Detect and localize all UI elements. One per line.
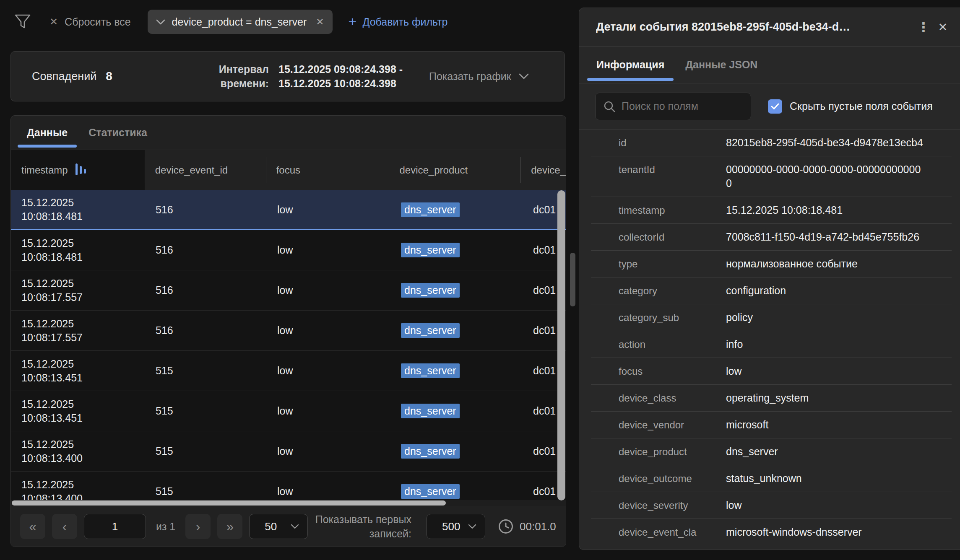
close-details-button[interactable]: ✕ <box>933 18 952 37</box>
details-field-row[interactable]: tenantId 00000000-0000-0000-0000-0000000… <box>591 156 952 197</box>
filter-chip-label: device_product = dns_server <box>172 16 307 28</box>
field-key: device_class <box>619 391 726 405</box>
table-row[interactable]: 15.12.2025 10:08:13.451 515 low dns_serv… <box>11 391 566 431</box>
field-value: policy <box>726 311 753 324</box>
table-row[interactable]: 15.12.2025 10:08:18.481 516 low dns_serv… <box>11 230 566 270</box>
query-time: 00:01.0 <box>498 519 557 534</box>
details-field-row[interactable]: device_vendor microsoft <box>591 411 952 438</box>
cell-device-event-id: 516 <box>145 244 267 256</box>
reset-all-filters-button[interactable]: ✕ Сбросить все <box>49 16 131 28</box>
page-number-input[interactable] <box>84 514 146 539</box>
tab-data[interactable]: Данные <box>16 116 78 150</box>
field-key: action <box>619 337 726 351</box>
show-chart-label: Показать график <box>429 70 511 83</box>
details-field-row[interactable]: device_product dns_server <box>591 438 952 465</box>
cell-device-event-id: 516 <box>145 324 267 337</box>
field-key: type <box>619 257 726 271</box>
table-row[interactable]: 15.12.2025 10:08:13.400 515 low dns_serv… <box>11 431 566 472</box>
previous-page-button[interactable]: ‹ <box>52 514 77 539</box>
cell-focus: low <box>267 324 390 337</box>
details-field-row[interactable]: device_event_cla microsoft-windows-dnsse… <box>591 519 952 545</box>
tab-statistics[interactable]: Статистика <box>78 116 158 150</box>
show-chart-toggle[interactable]: Показать график <box>429 52 529 101</box>
cell-device-product: dns_server <box>390 244 523 256</box>
field-value: operating_system <box>726 391 809 405</box>
details-field-row[interactable]: focus low <box>591 358 952 384</box>
summary-bar: Совпадений 8 Интервал времени: 15.12.202… <box>10 51 565 101</box>
details-title: Детали события 82015eb8-295f-405d-be34-d… <box>596 21 914 34</box>
add-filter-button[interactable]: + Добавить фильтр <box>349 16 448 29</box>
table-row[interactable]: 15.12.2025 10:08:13.451 515 low dns_serv… <box>11 351 566 391</box>
table-row[interactable]: 15.12.2025 10:08:17.557 516 low dns_serv… <box>11 270 566 311</box>
highlighted-match: dns_server <box>401 444 460 459</box>
more-actions-button[interactable]: ⋮ <box>914 18 933 37</box>
filter-chip[interactable]: device_product = dns_server ✕ <box>148 10 333 34</box>
details-field-row[interactable]: id 82015eb8-295f-405d-be34-d9478e13ecb4 <box>591 130 952 156</box>
highlighted-match: dns_server <box>401 484 460 499</box>
horizontal-scrollbar[interactable] <box>11 500 566 506</box>
page-count-label: из 1 <box>156 521 175 533</box>
field-search-input[interactable] <box>622 100 743 112</box>
next-page-button[interactable]: › <box>185 514 211 539</box>
sort-bars-icon[interactable] <box>75 163 86 177</box>
details-toolbar: Скрыть пустые поля события <box>579 83 960 130</box>
details-field-row[interactable]: type нормализованное событие <box>591 250 952 277</box>
cell-device-event-id: 516 <box>145 284 267 296</box>
matches-count: 8 <box>106 70 112 83</box>
field-key: device_vendor <box>619 418 726 432</box>
horizontal-scrollbar-thumb[interactable] <box>12 500 446 506</box>
details-field-row[interactable]: device_class operating_system <box>591 384 952 411</box>
details-field-row[interactable]: timestamp 15.12.2025 10:08:18.481 <box>591 197 952 223</box>
cell-timestamp: 15.12.2025 10:08:18.481 <box>11 196 145 223</box>
cell-device-event-id: 516 <box>145 204 267 216</box>
details-header: Детали события 82015eb8-295f-405d-be34-d… <box>579 8 960 47</box>
table-row[interactable]: 15.12.2025 10:08:18.481 516 low dns_serv… <box>11 190 566 230</box>
page-size-select[interactable]: 50 <box>249 514 308 539</box>
filter-funnel-icon[interactable] <box>13 13 32 31</box>
field-key: device_severity <box>619 498 726 512</box>
cell-focus: low <box>267 445 390 457</box>
records-limit-select[interactable]: 500 <box>427 514 485 539</box>
cell-device-product: dns_server <box>390 485 523 498</box>
details-field-row[interactable]: device_severity low <box>591 492 952 519</box>
highlighted-match: dns_server <box>401 283 460 298</box>
table-row[interactable]: 15.12.2025 10:08:17.557 516 low dns_serv… <box>11 311 566 351</box>
details-field-row[interactable]: category configuration <box>591 277 952 304</box>
field-key: timestamp <box>619 203 726 217</box>
table-body: 15.12.2025 10:08:18.481 516 low dns_serv… <box>11 190 566 500</box>
field-value: low <box>726 364 742 378</box>
cell-device-product: dns_server <box>390 365 523 377</box>
column-header-device-event-id[interactable]: device_event_id <box>145 150 266 190</box>
table-vertical-scrollbar[interactable] <box>557 190 565 500</box>
tab-information[interactable]: Информация <box>586 47 675 83</box>
cell-timestamp: 15.12.2025 10:08:13.451 <box>11 357 145 385</box>
details-field-row[interactable]: device_outcome status_unknown <box>591 465 952 492</box>
column-header-focus[interactable]: focus <box>266 150 389 190</box>
event-details-panel: Детали события 82015eb8-295f-405d-be34-d… <box>579 8 960 550</box>
cell-device-event-id: 515 <box>145 405 267 417</box>
cell-device-event-id: 515 <box>145 485 267 498</box>
cell-focus: low <box>267 485 390 498</box>
hide-empty-fields-checkbox[interactable] <box>768 99 782 114</box>
details-field-row[interactable]: action info <box>591 331 952 358</box>
column-header-device[interactable]: device_ <box>520 150 566 190</box>
remove-filter-icon[interactable]: ✕ <box>316 16 324 28</box>
field-value: 7008c811-f150-4d19-a742-bd45e755fb26 <box>726 230 919 244</box>
field-search[interactable] <box>595 93 751 120</box>
first-page-button[interactable]: « <box>20 514 45 539</box>
field-key: tenantId <box>619 163 726 190</box>
tab-json-data[interactable]: Данные JSON <box>675 47 768 83</box>
table-row[interactable]: 15.12.2025 10:08:13.400 515 low dns_serv… <box>11 472 566 500</box>
details-tabs: Информация Данные JSON <box>579 47 960 83</box>
highlighted-match: dns_server <box>401 404 460 418</box>
add-filter-label: Добавить фильтр <box>362 16 447 28</box>
details-field-row[interactable]: category_sub policy <box>591 304 952 331</box>
close-icon: ✕ <box>938 21 948 34</box>
details-field-row[interactable]: collectorId 7008c811-f150-4d19-a742-bd45… <box>591 223 952 250</box>
column-header-timestamp[interactable]: timestamp <box>11 150 145 190</box>
last-page-button[interactable]: » <box>217 514 242 539</box>
chevron-down-icon <box>468 524 476 529</box>
page-scrollbar-thumb[interactable] <box>570 253 575 306</box>
column-header-device-product[interactable]: device_product <box>389 150 520 190</box>
cell-device-event-id: 515 <box>145 445 267 457</box>
